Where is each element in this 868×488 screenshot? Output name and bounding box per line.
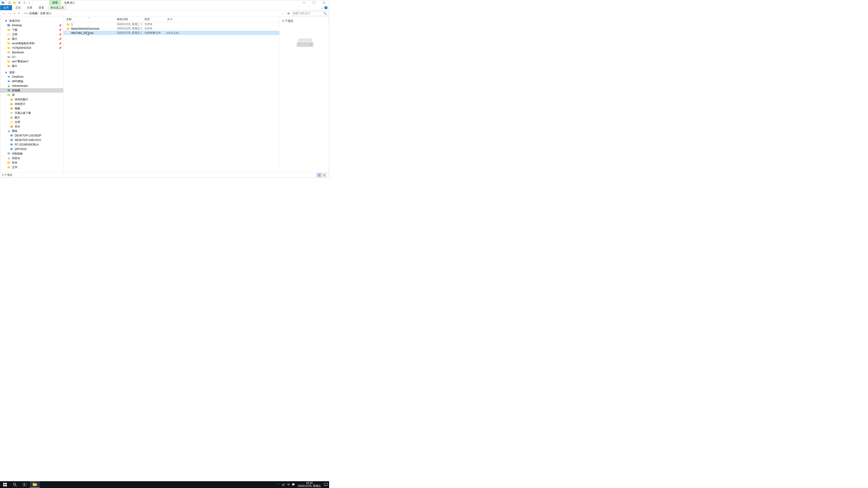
tree-item[interactable]: 软件 xyxy=(0,160,63,165)
nav-tree[interactable]: ★快速访问 Desktop📌下载📌文档📌图片📌excel表格制作求和📌YUNQI… xyxy=(0,17,64,172)
view-details-button[interactable] xyxy=(317,173,322,177)
action-center-icon[interactable] xyxy=(323,481,329,488)
tree-item[interactable]: 文档 xyxy=(0,120,63,124)
col-date[interactable]: 修改日期 xyxy=(114,17,142,22)
tree-item[interactable]: DESKTOP-LSSOEDP xyxy=(0,133,63,138)
search-button[interactable] xyxy=(10,481,20,488)
tree-label: DESKTOP-LSSOEDP xyxy=(15,134,41,137)
qat-new-folder-icon[interactable] xyxy=(12,0,17,5)
nav-back-button[interactable]: 🡐 xyxy=(1,11,6,16)
crumb-drive[interactable]: 文档 (E:)› xyxy=(39,11,52,15)
file-rows[interactable]: 12020/12/15, 星期二 1...文件夹BaiduNetdiskDown… xyxy=(64,22,279,172)
tree-item[interactable]: win7重装win7 xyxy=(0,59,63,64)
maximize-button[interactable] xyxy=(309,0,319,5)
file-row[interactable]: 12020/12/15, 星期二 1...文件夹 xyxy=(64,22,279,26)
tree-item[interactable]: OneDrive xyxy=(0,74,63,79)
minimize-button[interactable] xyxy=(299,0,309,5)
crumb-thispc[interactable]: 此电脑› xyxy=(29,11,39,15)
tree-item[interactable]: excel表格制作求和📌 xyxy=(0,41,63,46)
tab-home[interactable]: 主页 xyxy=(12,5,24,10)
tree-item[interactable]: 图片 xyxy=(0,115,63,120)
netpc-icon xyxy=(10,143,13,147)
tree-desktop[interactable]: ■桌面 xyxy=(0,70,63,74)
tree-item[interactable]: 本机照片 xyxy=(0,102,63,106)
qat-delete-icon[interactable]: ✕ xyxy=(17,0,22,5)
tree-item[interactable]: 下载📌 xyxy=(0,28,63,32)
nav-up-button[interactable]: 🡑 xyxy=(17,11,22,16)
file-row[interactable]: BaiduNetdiskDownload2020/12/25, 星期五 1...… xyxy=(64,26,279,31)
tree-item[interactable]: 保存的图片 xyxy=(0,97,63,102)
tab-drive-tools[interactable]: 驱动器工具 xyxy=(47,5,67,10)
tree-item[interactable]: Bandicam xyxy=(0,50,63,55)
address-dropdown[interactable]: ⌄ xyxy=(280,11,285,16)
taskbar[interactable]: ˄ 🔊 中 16:32 2020/12/25, 星期五 xyxy=(0,481,329,488)
col-name[interactable]: 名称▴ xyxy=(64,17,114,22)
system-tray: ˄ 🔊 中 16:32 2020/12/25, 星期五 xyxy=(276,481,329,488)
file-size: 3,874,126... xyxy=(164,31,182,35)
wps-icon xyxy=(7,79,11,83)
file-row[interactable]: Win7x64_2020.iso2020/12/25, 星期五 1...光盘映像… xyxy=(64,31,279,35)
tree-network[interactable]: 🖧网络 xyxy=(0,129,63,133)
tray-overflow-icon[interactable]: ˄ xyxy=(276,481,281,488)
tree-item[interactable]: 控制面板 xyxy=(0,151,63,156)
tree-quick-access[interactable]: ★快速访问 xyxy=(0,19,63,23)
app-icon[interactable] xyxy=(1,0,5,5)
library-icon xyxy=(7,93,11,97)
breadcrumb-bar[interactable]: › 此电脑› 文档 (E:)› xyxy=(22,11,279,16)
folder-icon xyxy=(7,46,11,50)
tree-item[interactable]: ZMT2019 xyxy=(0,147,63,151)
view-icons-button[interactable] xyxy=(322,173,327,177)
tree-item[interactable]: YUNQISHI2019📌 xyxy=(0,46,63,50)
tree-item[interactable]: 库 xyxy=(0,93,63,97)
tree-item[interactable]: 天翼云盘下载 xyxy=(0,111,63,115)
help-icon[interactable]: ? xyxy=(324,6,328,9)
tree-item[interactable]: 音乐 xyxy=(0,124,63,129)
taskbar-clock[interactable]: 16:32 2020/12/25, 星期五 xyxy=(296,482,323,488)
close-button[interactable] xyxy=(319,0,329,5)
ribbon-context-tab[interactable]: 管理 xyxy=(49,0,61,5)
tree-item[interactable]: 图片📌 xyxy=(0,37,63,41)
svg-rect-83 xyxy=(33,484,37,486)
chevron-icon[interactable]: › xyxy=(28,12,29,15)
ribbon-collapse-icon[interactable]: ⌄ xyxy=(321,6,323,9)
tree-item[interactable]: G:\ xyxy=(0,55,63,59)
tree-item[interactable]: 视频 xyxy=(0,106,63,111)
qat-properties-icon[interactable] xyxy=(7,0,12,5)
svg-rect-63 xyxy=(67,27,68,28)
nav-forward-button[interactable]: 🡒 xyxy=(7,11,12,16)
refresh-button[interactable]: ⟳ xyxy=(286,11,291,16)
tab-file[interactable]: 文件 xyxy=(0,5,12,10)
tree-item[interactable]: Administrator xyxy=(0,84,63,88)
tree-item[interactable]: 文档📌 xyxy=(0,32,63,37)
nav-recent-dropdown[interactable]: ▾ xyxy=(13,11,16,16)
tree-item[interactable]: 文件 xyxy=(0,165,63,169)
tree-item[interactable]: 此电脑 xyxy=(0,88,63,93)
search-icon[interactable]: 🔍 xyxy=(323,12,327,15)
qat-dropdown-icon[interactable]: ▾ xyxy=(27,0,32,5)
search-input[interactable]: 搜索"文档 (E:)" 🔍 xyxy=(292,11,328,16)
taskview-button[interactable] xyxy=(20,481,30,488)
volume-icon[interactable]: 🔊 xyxy=(281,481,286,488)
tree-item[interactable]: PC-20190530OBLA xyxy=(0,142,63,147)
tree-item[interactable]: Desktop📌 xyxy=(0,23,63,28)
tree-item[interactable]: WPS网盘 xyxy=(0,79,63,84)
tree-item[interactable]: 回收站 xyxy=(0,156,63,160)
tab-share[interactable]: 共享 xyxy=(24,5,35,10)
video-icon xyxy=(10,107,13,110)
tab-view[interactable]: 查看 xyxy=(35,5,47,10)
col-size[interactable]: 大小 xyxy=(164,17,182,22)
start-button[interactable] xyxy=(0,481,10,488)
tree-label: DESKTOP-NJEU3CG xyxy=(15,138,41,142)
tree-label: 控制面板 xyxy=(12,152,23,156)
chevron-icon[interactable]: › xyxy=(38,12,39,15)
tree-item[interactable]: DESKTOP-NJEU3CG xyxy=(0,138,63,142)
qat-settings-icon[interactable]: ⚙ xyxy=(22,0,27,5)
tree-label: 文件 xyxy=(12,165,18,169)
explorer-taskbar-button[interactable] xyxy=(30,481,40,488)
col-type[interactable]: 类型 xyxy=(142,17,164,22)
chevron-icon[interactable]: › xyxy=(51,12,52,15)
tree-item[interactable]: 图片 xyxy=(0,64,63,68)
security-icon[interactable] xyxy=(291,481,296,488)
ime-icon[interactable]: 中 xyxy=(286,481,291,488)
tree-label: 音乐 xyxy=(15,125,20,129)
